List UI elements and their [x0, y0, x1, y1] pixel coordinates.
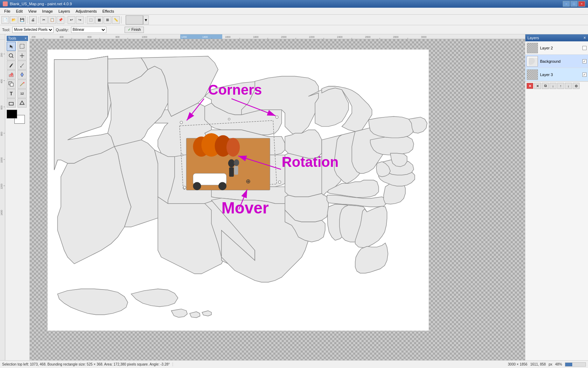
toolbar-sep-4 [85, 16, 85, 23]
tool-rectangle-select[interactable] [18, 42, 27, 51]
quality-select[interactable]: Bilinear Nearest Neighbor Bicubic [71, 27, 106, 33]
open-button[interactable]: 📂 [10, 16, 18, 24]
delete-layer-button[interactable]: ✕ [534, 83, 541, 89]
new-button[interactable]: 📄 [1, 16, 9, 24]
top-ruler: 200 400 600 800 1000 1200 1400 1600 1800… [30, 34, 525, 39]
corner-handle-tl [180, 121, 183, 124]
svg-point-66 [228, 159, 235, 168]
tool-eraser[interactable] [7, 70, 16, 79]
move-layer-up-button[interactable]: ↑ [557, 83, 564, 89]
svg-text:600: 600 [0, 105, 3, 110]
menu-effects[interactable]: Effects [100, 8, 117, 14]
svg-text:400: 400 [0, 79, 3, 83]
foreground-color[interactable] [7, 110, 17, 118]
paste-button[interactable]: 📌 [57, 16, 64, 24]
layer-3-item[interactable]: Layer 3 ✓ [525, 68, 588, 81]
menu-edit[interactable]: Edit [13, 8, 26, 14]
maximize-button[interactable]: □ [570, 1, 578, 7]
svg-line-17 [12, 57, 13, 58]
minimize-button[interactable]: − [563, 1, 570, 7]
print-button[interactable]: 🖨 [29, 16, 37, 24]
move-layer-down-button[interactable]: ↓ [565, 83, 572, 89]
image-dimensions: 3000 × 1856 [508, 362, 527, 366]
toolbar-sep-3 [66, 16, 66, 23]
background-layer-item[interactable]: Background ✓ [525, 55, 588, 68]
layer-2-item[interactable]: Layer 2 [525, 41, 588, 55]
main-layout: 200 400 600 800 1000 1200 1400 Tools × [0, 34, 588, 360]
tool-clone[interactable] [7, 80, 16, 89]
menu-file[interactable]: File [1, 8, 13, 14]
svg-rect-67 [229, 167, 234, 177]
svg-point-16 [9, 54, 13, 57]
layers-header: Layers × [525, 34, 588, 41]
canvas-content[interactable]: ⊕ Corners Rotation Mover [30, 39, 525, 360]
canvas-area[interactable]: 200 400 600 800 1000 1200 1400 1600 1800… [30, 34, 525, 360]
redo-button[interactable]: ↪ [76, 16, 84, 24]
menu-adjustments[interactable]: Adjustments [73, 8, 100, 14]
left-ruler-svg: 200 400 600 800 1000 1200 1400 [0, 39, 5, 355]
tool-recolor[interactable] [18, 80, 27, 89]
menubar: File Edit View Image Layers Adjustments … [0, 8, 588, 15]
tool-select[interactable]: Move Selected Pixels [12, 27, 54, 33]
svg-rect-23 [9, 102, 13, 105]
tool-text[interactable]: T [7, 89, 16, 98]
select-all-button[interactable]: ▦ [95, 16, 103, 24]
layer-3-visibility[interactable]: ✓ [582, 73, 587, 77]
svg-marker-24 [20, 101, 24, 104]
tool-paint-bucket[interactable] [18, 70, 27, 79]
tools-header: Tools × [7, 36, 28, 41]
tool-pan[interactable] [18, 51, 27, 60]
zoom-slider[interactable] [565, 362, 586, 367]
copy-button[interactable]: 📋 [48, 16, 56, 24]
svg-rect-21 [10, 83, 13, 86]
tools-close[interactable]: × [24, 36, 27, 40]
background-layer-thumb [527, 56, 538, 67]
svg-text:1400: 1400 [202, 36, 208, 38]
quality-label: Quality: [56, 28, 69, 32]
color-selector[interactable] [7, 110, 25, 124]
svg-text:200: 200 [0, 53, 3, 57]
menu-image[interactable]: Image [39, 8, 56, 14]
tools-grid: T 12 [7, 42, 28, 108]
tool-shapes[interactable] [7, 98, 16, 108]
menu-view[interactable]: View [26, 8, 40, 14]
titlebar: Blank_US_Map.png - paint.net 4.0.9 − □ × [0, 0, 588, 8]
tool-zoom[interactable] [7, 51, 16, 60]
tool-pencil[interactable] [7, 61, 16, 70]
deselect-button[interactable]: ⬚ [87, 16, 94, 24]
close-button[interactable]: × [578, 1, 585, 7]
tool-polygon[interactable] [18, 98, 27, 108]
move-cursor-icon: ⊕ [246, 178, 251, 185]
toolbar-sep-5 [121, 16, 121, 23]
cut-button[interactable]: ✂ [40, 16, 48, 24]
finish-button[interactable]: ✓ Finish [125, 27, 144, 33]
svg-text:1000: 1000 [0, 157, 3, 163]
left-ruler: 200 400 600 800 1000 1200 1400 [0, 34, 5, 360]
statusbar: Selection top left: 1073, 468. Bounding … [0, 360, 588, 368]
toolbar: 📄 📂 💾 🖨 ✂ 📋 📌 ↩ ↪ ⬚ ▦ ⊞ 📏 ▼ [0, 15, 588, 25]
svg-text:1600: 1600 [225, 36, 231, 38]
tool-select-move[interactable] [7, 42, 16, 51]
layer-properties-button[interactable]: ⚙ [573, 83, 580, 89]
save-button[interactable]: 💾 [18, 16, 26, 24]
add-layer-button[interactable]: ✕ [526, 83, 533, 89]
tool-number[interactable]: 12 [18, 89, 27, 98]
duplicate-layer-button[interactable]: ⧉ [542, 83, 549, 89]
zoom-fill [565, 363, 572, 366]
layer-3-thumb [527, 69, 538, 80]
layers-close-button[interactable]: × [583, 35, 586, 40]
grid-button[interactable]: ⊞ [104, 16, 111, 24]
background-layer-name: Background [540, 59, 582, 63]
background-layer-visibility[interactable]: ✓ [582, 59, 587, 63]
menu-layers[interactable]: Layers [56, 8, 73, 14]
ruler-button[interactable]: 📏 [112, 16, 120, 24]
undo-button[interactable]: ↩ [68, 16, 75, 24]
tool-brush[interactable] [18, 61, 27, 70]
thumbnail-dropdown[interactable]: ▼ [143, 15, 149, 25]
thumbnail-area: ▼ [124, 15, 149, 25]
rotation-text: Rotation [282, 154, 339, 170]
merge-layer-button[interactable]: ↓ [550, 83, 556, 89]
svg-text:1000: 1000 [142, 36, 147, 38]
layer-2-visibility[interactable] [582, 46, 587, 50]
map-canvas[interactable]: ⊕ Corners Rotation Mover [33, 43, 450, 344]
